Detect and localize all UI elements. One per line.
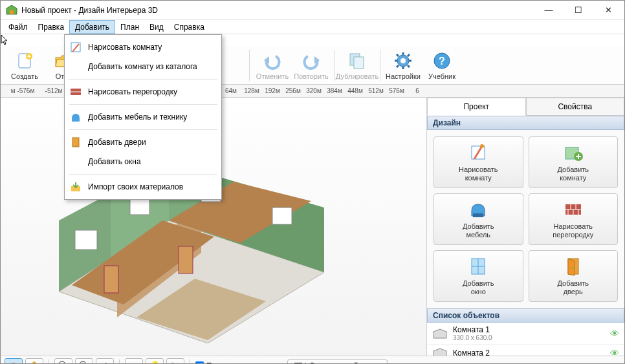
object-list: Комната 1 330.0 x 630.0 👁 Комната 2 👁: [427, 323, 624, 356]
window-title: Новый проект - Дизайн Интерьера 3D: [21, 6, 534, 15]
svg-line-15: [408, 65, 410, 67]
svg-line-16: [397, 65, 399, 67]
app-icon: [6, 5, 17, 16]
separator: [190, 359, 190, 365]
toolbar-help[interactable]: ? Учебник: [423, 47, 461, 83]
svg-rect-29: [75, 230, 97, 250]
dd-separator: [69, 174, 217, 175]
transparent-walls-label: Прозрачные стены: [206, 361, 274, 365]
list-item[interactable]: Комната 2 👁: [427, 345, 624, 356]
help-icon: ?: [432, 50, 452, 71]
ruler-label: 576м: [389, 87, 404, 94]
menu-view[interactable]: Вид: [144, 20, 169, 34]
close-button[interactable]: ✕: [593, 1, 623, 20]
toolbar-new-label: Создать: [11, 72, 38, 80]
toolbar-duplicate[interactable]: Дублировать: [338, 47, 376, 83]
btn-add-door[interactable]: Добавитьдверь: [529, 250, 619, 302]
dd-add-furniture[interactable]: Добавить мебель и технику: [65, 107, 221, 127]
menu-file[interactable]: Файл: [3, 20, 33, 34]
svg-marker-51: [568, 259, 575, 275]
dd-separator: [69, 79, 217, 80]
dd-import-materials[interactable]: Импорт своих материалов: [65, 177, 221, 197]
brick-icon: [563, 199, 584, 220]
zoom-reset-button[interactable]: ⟲: [96, 358, 114, 365]
minimize-button[interactable]: —: [534, 1, 564, 20]
ruler-label: 192м: [265, 87, 280, 94]
ruler-label: 256м: [285, 87, 301, 94]
dd-draw-room[interactable]: Нарисовать комнату: [65, 37, 221, 57]
gear-icon: [393, 50, 413, 71]
ruler-label: -512м: [45, 87, 63, 94]
redo-icon: [301, 50, 322, 71]
camera-button[interactable]: 📷: [166, 358, 184, 365]
dd-add-room-catalog[interactable]: Добавить комнату из каталога: [65, 57, 221, 76]
list-item[interactable]: Комната 1 330.0 x 630.0 👁: [427, 323, 624, 345]
dd-add-doors[interactable]: Добавить двери: [65, 133, 221, 152]
separator: [49, 359, 49, 365]
svg-point-52: [571, 266, 573, 268]
dd-draw-partition[interactable]: Нарисовать перегородку: [65, 82, 221, 102]
room-icon: [432, 328, 448, 339]
draw-room-icon: [468, 142, 488, 163]
tab-project[interactable]: Проект: [427, 98, 526, 116]
view-360-button[interactable]: 360: [5, 358, 23, 365]
menu-add[interactable]: Добавить: [69, 20, 115, 34]
transparent-walls-input[interactable]: [195, 361, 204, 364]
toolbar-help-label: Учебник: [428, 72, 455, 80]
toolbar-separator: [249, 50, 250, 81]
titlebar: Новый проект - Дизайн Интерьера 3D — ☐ ✕: [1, 1, 624, 20]
separator: [119, 359, 120, 365]
ruler-label: 6: [415, 87, 419, 94]
ruler-label: 320м: [306, 87, 322, 94]
btn-add-furniture[interactable]: Добавитьмебель: [433, 193, 523, 245]
tab-properties[interactable]: Свойства: [526, 98, 625, 116]
side-panel: Проект Свойства Дизайн Нарисоватькомнату…: [426, 98, 624, 356]
object-name: Комната 2: [453, 348, 605, 356]
btn-draw-room[interactable]: Нарисоватькомнату: [433, 136, 523, 188]
visibility-icon[interactable]: 👁: [610, 348, 619, 356]
svg-rect-70: [72, 138, 79, 147]
toolbar-settings[interactable]: Настройки: [384, 47, 422, 83]
svg-point-36: [480, 144, 484, 148]
ruler-label: 512м: [368, 87, 384, 94]
zoom-out-button[interactable]: [54, 358, 72, 365]
door-icon: [563, 256, 584, 277]
menu-help[interactable]: Справка: [169, 20, 210, 34]
room-icon: [432, 347, 448, 356]
svg-text:?: ?: [439, 56, 445, 67]
btn-add-window[interactable]: Добавитьокно: [433, 250, 523, 302]
ruler-label: 384м: [327, 87, 342, 94]
dd-add-windows[interactable]: Добавить окна: [65, 152, 221, 171]
transparent-walls-checkbox[interactable]: Прозрачные стены: [195, 361, 274, 365]
ruler-button[interactable]: [125, 358, 143, 365]
duplicate-icon: [347, 50, 367, 71]
new-icon: [14, 50, 35, 71]
dd-separator: [69, 129, 217, 130]
toolbar-duplicate-label: Дублировать: [336, 72, 378, 80]
toolbar-separator: [380, 50, 380, 81]
light-button[interactable]: 💡: [146, 358, 164, 365]
toolbar-redo[interactable]: Повторить: [292, 47, 330, 83]
menu-plan[interactable]: План: [115, 20, 144, 34]
door-icon: [70, 136, 82, 148]
svg-line-17: [408, 54, 410, 56]
virtual-visit-button[interactable]: Виртуальный визит: [287, 359, 388, 365]
brick-icon: [70, 86, 82, 98]
visibility-icon[interactable]: 👁: [610, 328, 619, 339]
maximize-button[interactable]: ☐: [564, 1, 593, 20]
chair-icon: [468, 199, 488, 220]
design-grid: Нарисоватькомнату Добавитькомнату Добави…: [427, 130, 624, 308]
pan-button[interactable]: ✋: [25, 358, 43, 365]
svg-rect-33: [104, 266, 118, 293]
btn-draw-partition[interactable]: Нарисоватьперегородку: [529, 193, 619, 245]
toolbar-undo[interactable]: Отменить: [254, 47, 291, 83]
import-icon: [70, 181, 82, 193]
menu-edit[interactable]: Правка: [33, 20, 70, 34]
toolbar-redo-label: Повторить: [294, 72, 329, 80]
zoom-in-button[interactable]: [75, 358, 93, 365]
toolbar-new[interactable]: Создать: [6, 47, 43, 83]
design-header: Дизайн: [427, 116, 624, 130]
window-controls: — ☐ ✕: [534, 1, 623, 20]
btn-add-room[interactable]: Добавитькомнату: [529, 136, 619, 188]
object-dim: 330.0 x 630.0: [453, 334, 605, 341]
